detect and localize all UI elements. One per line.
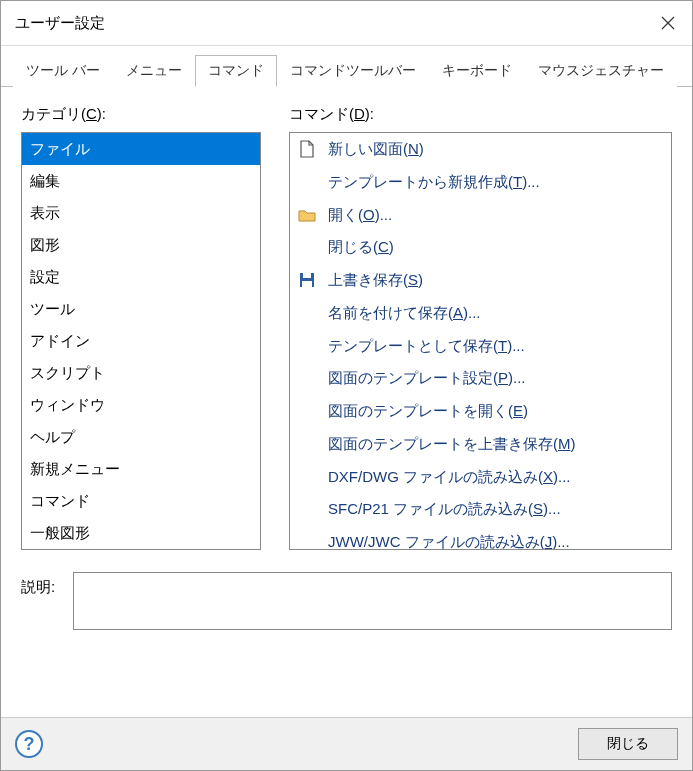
close-icon: [661, 16, 675, 30]
command-item[interactable]: DXF/DWG ファイルの読み込み(X)...: [290, 461, 671, 494]
category-item[interactable]: 図形: [22, 229, 260, 261]
blank-icon: [298, 337, 316, 355]
command-label: テンプレートとして保存(T)...: [328, 334, 525, 359]
folder-icon: [298, 206, 316, 224]
tab-2[interactable]: コマンド: [195, 55, 277, 87]
doc-icon: [298, 140, 316, 158]
tab-4[interactable]: キーボード: [429, 55, 525, 87]
category-item[interactable]: 編集: [22, 165, 260, 197]
command-item[interactable]: テンプレートから新規作成(T)...: [290, 166, 671, 199]
blank-icon: [298, 533, 316, 550]
command-item[interactable]: JWW/JWC ファイルの読み込み(J)...: [290, 526, 671, 550]
tab-5[interactable]: マウスジェスチャー: [525, 55, 677, 87]
blank-icon: [298, 304, 316, 322]
category-item[interactable]: ヘルプ: [22, 421, 260, 453]
category-item[interactable]: 一般図形: [22, 517, 260, 549]
category-item[interactable]: コマンド: [22, 485, 260, 517]
window-title: ユーザー設定: [15, 14, 105, 33]
command-item[interactable]: SFC/P21 ファイルの読み込み(S)...: [290, 493, 671, 526]
command-item[interactable]: 上書き保存(S): [290, 264, 671, 297]
blank-icon: [298, 370, 316, 388]
category-label: カテゴリ(C):: [21, 105, 261, 124]
svg-rect-1: [303, 273, 311, 278]
blank-icon: [298, 239, 316, 257]
description-box: [73, 572, 672, 630]
help-button[interactable]: ?: [15, 730, 43, 758]
category-item[interactable]: ウィンドウ: [22, 389, 260, 421]
blank-icon: [298, 501, 316, 519]
category-item[interactable]: スクリプト: [22, 357, 260, 389]
titlebar: ユーザー設定: [1, 1, 692, 46]
command-label: コマンド(D):: [289, 105, 672, 124]
command-item[interactable]: 開く(O)...: [290, 199, 671, 232]
category-item[interactable]: 表示: [22, 197, 260, 229]
tab-bar: ツール バーメニューコマンドコマンドツールバーキーボードマウスジェスチャー: [1, 46, 692, 87]
command-label: テンプレートから新規作成(T)...: [328, 170, 540, 195]
category-item[interactable]: 新規メニュー: [22, 453, 260, 485]
command-label: 図面のテンプレートを上書き保存(M): [328, 432, 576, 457]
tab-3[interactable]: コマンドツールバー: [277, 55, 429, 87]
blank-icon: [298, 468, 316, 486]
category-item[interactable]: 設定: [22, 261, 260, 293]
command-label: DXF/DWG ファイルの読み込み(X)...: [328, 465, 571, 490]
category-item[interactable]: ツール: [22, 293, 260, 325]
command-label: JWW/JWC ファイルの読み込み(J)...: [328, 530, 570, 550]
tab-1[interactable]: メニュー: [113, 55, 195, 87]
description-label: 説明:: [21, 572, 55, 597]
command-listbox[interactable]: 新しい図面(N)テンプレートから新規作成(T)...開く(O)...閉じる(C)…: [289, 132, 672, 550]
save-icon: [298, 271, 316, 289]
close-button[interactable]: 閉じる: [578, 728, 678, 760]
category-item[interactable]: 点: [22, 549, 260, 550]
command-label: SFC/P21 ファイルの読み込み(S)...: [328, 497, 561, 522]
command-label: 図面のテンプレートを開く(E): [328, 399, 528, 424]
command-item[interactable]: テンプレートとして保存(T)...: [290, 330, 671, 363]
command-item[interactable]: 図面のテンプレートを開く(E): [290, 395, 671, 428]
category-item[interactable]: ファイル: [22, 133, 260, 165]
help-icon: ?: [24, 734, 35, 755]
command-item[interactable]: 図面のテンプレート設定(P)...: [290, 362, 671, 395]
command-item[interactable]: 図面のテンプレートを上書き保存(M): [290, 428, 671, 461]
command-item[interactable]: 新しい図面(N): [290, 133, 671, 166]
command-label: 新しい図面(N): [328, 137, 424, 162]
command-label: 閉じる(C): [328, 235, 394, 260]
command-label: 名前を付けて保存(A)...: [328, 301, 481, 326]
blank-icon: [298, 435, 316, 453]
command-label: 開く(O)...: [328, 203, 392, 228]
command-label: 図面のテンプレート設定(P)...: [328, 366, 526, 391]
category-listbox[interactable]: ファイル編集表示図形設定ツールアドインスクリプトウィンドウヘルプ新規メニューコマ…: [21, 132, 261, 550]
tab-content: カテゴリ(C): ファイル編集表示図形設定ツールアドインスクリプトウィンドウヘル…: [1, 87, 692, 717]
command-item[interactable]: 閉じる(C): [290, 231, 671, 264]
tab-0[interactable]: ツール バー: [13, 55, 113, 87]
command-label: 上書き保存(S): [328, 268, 423, 293]
blank-icon: [298, 402, 316, 420]
command-item[interactable]: 名前を付けて保存(A)...: [290, 297, 671, 330]
window-close-button[interactable]: [654, 9, 682, 37]
category-item[interactable]: アドイン: [22, 325, 260, 357]
blank-icon: [298, 173, 316, 191]
dialog-footer: ? 閉じる: [1, 717, 692, 770]
svg-rect-2: [302, 281, 312, 287]
